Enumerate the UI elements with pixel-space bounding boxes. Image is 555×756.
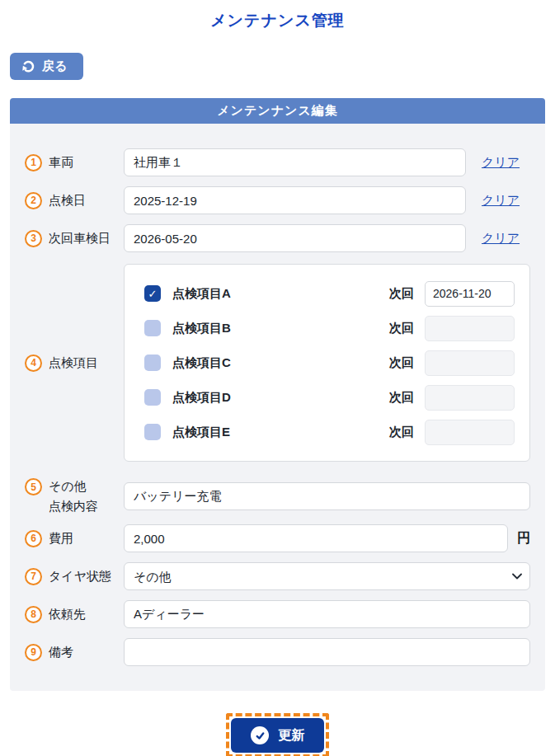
- row-vehicle: 1 車両 クリア: [25, 148, 530, 176]
- field-number-badge: 9: [25, 644, 42, 661]
- inspection-item-a-next-date-input[interactable]: [425, 281, 515, 307]
- inspection-item-e-next-date-input[interactable]: [425, 420, 515, 445]
- inspection-item-d-next-date-input[interactable]: [425, 385, 515, 411]
- next-date-label: 次回: [389, 286, 414, 302]
- inspection-item-b-next-date-input[interactable]: [425, 316, 515, 341]
- next-shaken-date-label: 次回車検日: [49, 231, 111, 247]
- field-number-badge: 4: [25, 355, 42, 372]
- inspection-item-e-label: 点検項目E: [172, 425, 389, 440]
- inspection-item-row-b: 点検項目B 次回: [144, 311, 515, 345]
- tire-state-select[interactable]: その他: [124, 562, 530, 590]
- note-input[interactable]: [124, 638, 530, 666]
- inspection-item-row-c: 点検項目C 次回: [144, 345, 515, 380]
- cost-label: 費用: [49, 531, 73, 547]
- inspection-item-a-label: 点検項目A: [172, 286, 389, 302]
- field-number-badge: 5: [25, 478, 42, 495]
- update-button-label: 更新: [278, 727, 304, 744]
- inspection-item-b-checkbox[interactable]: [144, 320, 161, 336]
- other-content-label-line2: 点検内容: [25, 499, 98, 514]
- vehicle-clear-link[interactable]: クリア: [482, 155, 520, 171]
- back-button[interactable]: 戻る: [10, 53, 83, 80]
- next-date-label: 次回: [389, 321, 414, 336]
- checkmark-icon: ✓: [148, 289, 158, 299]
- inspection-item-row-d: 点検項目D 次回: [144, 380, 515, 415]
- inspection-item-row-e: 点検項目E 次回: [144, 415, 515, 449]
- return-arrow-icon: [21, 59, 35, 73]
- inspection-items-label: 点検項目: [49, 355, 98, 371]
- panel-body: 1 車両 クリア 2 点検日 クリア 3 次回車検日 クリア: [10, 124, 545, 691]
- cost-input[interactable]: [124, 524, 508, 552]
- vehicle-input[interactable]: [124, 148, 466, 176]
- update-area: 更新: [0, 713, 555, 756]
- inspection-item-d-checkbox[interactable]: [144, 389, 161, 406]
- row-note: 9 備考: [25, 638, 530, 666]
- inspection-date-input[interactable]: [124, 186, 466, 214]
- check-circle-icon: [251, 726, 269, 744]
- inspection-item-c-checkbox[interactable]: [144, 355, 161, 371]
- inspection-item-e-checkbox[interactable]: [144, 424, 161, 440]
- field-number-badge: 2: [25, 192, 42, 209]
- update-focus-outline: 更新: [226, 713, 329, 756]
- inspection-items-box: ✓ 点検項目A 次回 点検項目B 次回 点検項目C 次回: [124, 264, 530, 462]
- next-date-label: 次回: [389, 425, 414, 440]
- vendor-input[interactable]: [124, 600, 530, 628]
- note-label: 備考: [49, 645, 73, 660]
- row-next-shaken-date: 3 次回車検日 クリア: [25, 224, 530, 252]
- vehicle-label: 車両: [49, 155, 73, 171]
- tire-state-label: タイヤ状態: [49, 569, 111, 585]
- inspection-item-d-label: 点検項目D: [172, 390, 389, 406]
- cost-unit-label: 円: [517, 530, 530, 547]
- vendor-label: 依頼先: [49, 607, 86, 622]
- other-content-label-line1: その他: [49, 479, 87, 495]
- row-inspection-items: 4 点検項目 ✓ 点検項目A 次回 点検項目B 次回: [25, 264, 530, 462]
- field-number-badge: 8: [25, 606, 42, 623]
- page-title: メンテナンス管理: [0, 0, 555, 31]
- row-tire-state: 7 タイヤ状態 その他: [25, 562, 530, 590]
- inspection-item-a-checkbox[interactable]: ✓: [144, 285, 161, 302]
- inspection-item-c-label: 点検項目C: [172, 355, 389, 371]
- next-shaken-date-clear-link[interactable]: クリア: [482, 231, 520, 247]
- row-inspection-date: 2 点検日 クリア: [25, 186, 530, 214]
- next-date-label: 次回: [389, 390, 414, 406]
- row-other-content: 5 その他 点検内容: [25, 478, 530, 514]
- inspection-item-c-next-date-input[interactable]: [425, 350, 515, 376]
- inspection-date-label: 点検日: [49, 193, 86, 209]
- field-number-badge: 6: [25, 530, 42, 547]
- update-button[interactable]: 更新: [231, 718, 324, 753]
- row-cost: 6 費用 円: [25, 524, 530, 552]
- next-shaken-date-input[interactable]: [124, 224, 466, 252]
- panel-header: メンテンナンス編集: [10, 98, 545, 124]
- inspection-item-b-label: 点検項目B: [172, 321, 389, 336]
- next-date-label: 次回: [389, 355, 414, 371]
- other-content-input[interactable]: [124, 482, 530, 510]
- field-number-badge: 3: [25, 230, 42, 247]
- row-vendor: 8 依頼先: [25, 600, 530, 628]
- field-number-badge: 1: [25, 154, 42, 171]
- back-button-label: 戻る: [42, 59, 67, 74]
- inspection-date-clear-link[interactable]: クリア: [482, 193, 520, 209]
- field-number-badge: 7: [25, 568, 42, 585]
- inspection-item-row-a: ✓ 点検項目A 次回: [144, 276, 515, 311]
- edit-panel: メンテンナンス編集 1 車両 クリア 2 点検日 クリア 3 次回車検日: [10, 98, 545, 691]
